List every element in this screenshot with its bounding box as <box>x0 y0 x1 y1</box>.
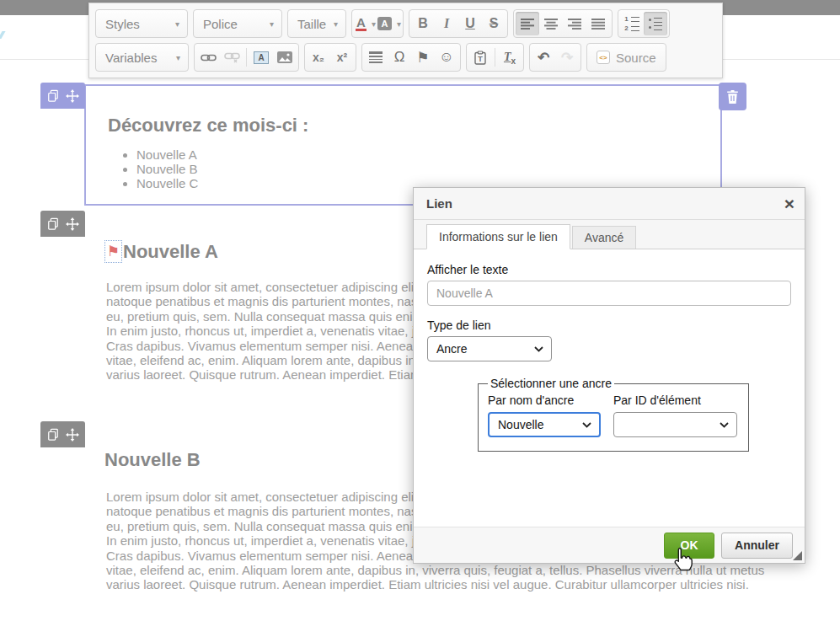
undo-icon: ↶ <box>538 49 549 67</box>
flag-icon: ⚑ <box>416 49 429 67</box>
dialog-resize-handle[interactable] <box>793 551 802 560</box>
superscript-icon: x² <box>337 51 347 64</box>
underline-button[interactable]: U <box>458 12 482 35</box>
size-combo[interactable]: Taille ▾ <box>287 9 346 38</box>
cancel-button[interactable]: Annuler <box>721 533 793 559</box>
align-right-button[interactable] <box>563 12 586 35</box>
anchor-by-id-column: Par ID d'élément <box>613 393 737 437</box>
trash-icon <box>726 90 739 104</box>
italic-button[interactable]: I <box>435 12 458 35</box>
color-group: A ▾ A ▾ <box>351 9 404 38</box>
page-artifact <box>0 31 6 39</box>
featured-list: Nouvelle A Nouvelle B Nouvelle C <box>86 147 720 190</box>
link-type-label: Type de lien <box>427 319 791 332</box>
section-title[interactable]: Nouvelle A <box>123 241 218 263</box>
horizontal-rule-button[interactable] <box>364 46 388 69</box>
font-combo[interactable]: Police ▾ <box>193 9 282 38</box>
align-right-icon <box>568 19 582 29</box>
basicstyles-group: B I U S <box>409 9 508 38</box>
copy-icon <box>47 89 59 103</box>
close-icon[interactable]: × <box>784 195 795 212</box>
paste-text-button[interactable]: T <box>468 46 492 69</box>
superscript-button[interactable]: x² <box>330 46 354 69</box>
align-justify-icon <box>591 19 606 29</box>
omega-icon: Ω <box>394 49 405 66</box>
chevron-down-icon: ▾ <box>334 19 338 29</box>
special-char-button[interactable]: Ω <box>388 46 411 69</box>
list-item[interactable]: Nouvelle B <box>136 162 720 176</box>
smiley-button[interactable]: ☺ <box>435 46 458 69</box>
move-icon <box>66 89 79 103</box>
unlink-icon <box>224 52 240 63</box>
numbered-list-button[interactable]: 1 2 <box>620 12 644 35</box>
anchor-name-value: Nouvelle <box>498 418 543 431</box>
strikethrough-button[interactable]: S <box>482 12 506 35</box>
list-item[interactable]: Nouvelle A <box>136 147 720 162</box>
unlink-button[interactable] <box>220 46 243 69</box>
smiley-icon: ☺ <box>439 49 453 66</box>
toolbar-divider <box>495 48 495 67</box>
chevron-down-icon: ▾ <box>397 19 401 29</box>
text-color-button[interactable]: A ▾ <box>354 12 377 35</box>
section-title[interactable]: Nouvelle B <box>104 449 201 471</box>
anchor-button[interactable]: A <box>249 46 273 69</box>
tab-advanced[interactable]: Avancé <box>572 226 636 249</box>
styles-combo[interactable]: Styles ▾ <box>95 9 188 38</box>
numbered-list-icon: 1 2 <box>624 16 639 32</box>
bold-button[interactable]: B <box>411 12 435 35</box>
ok-button[interactable]: OK <box>664 533 714 559</box>
anchor-group-legend: Sélectionner une ancre <box>488 377 614 390</box>
delete-block-button[interactable] <box>719 83 746 110</box>
anchor-flag-button[interactable]: ⚑ <box>411 46 435 69</box>
styles-combo-label: Styles <box>105 17 140 31</box>
image-button[interactable] <box>273 46 297 69</box>
variables-combo[interactable]: Variables ▾ <box>95 43 189 72</box>
anchor-flag-marker[interactable]: ⚑ <box>104 240 122 263</box>
align-center-button[interactable] <box>539 12 563 35</box>
align-left-button[interactable] <box>516 12 539 35</box>
link-button[interactable] <box>196 46 220 69</box>
anchor-name-select[interactable]: Nouvelle <box>488 412 601 437</box>
anchor-id-label: Par ID d'élément <box>613 393 737 407</box>
chevron-down-icon: ▾ <box>270 19 274 29</box>
clipboard-group: T Tx <box>466 43 524 72</box>
display-text-input[interactable]: Nouvelle A <box>427 281 791 306</box>
bold-icon: B <box>418 16 428 31</box>
strikethrough-icon: S <box>490 16 499 31</box>
chevron-down-icon: ▾ <box>175 19 179 29</box>
copy-icon <box>47 428 59 442</box>
toolbar-row-1: Styles ▾ Police ▾ Taille ▾ A ▾ A ▾ B I U… <box>95 8 716 39</box>
block-handle-featured[interactable] <box>40 83 85 109</box>
link-type-value: Ancre <box>436 342 468 356</box>
copy-icon <box>47 217 59 231</box>
horizontal-rule-icon <box>369 51 383 63</box>
link-dialog: Lien × Informations sur le lien Avancé A… <box>413 187 805 564</box>
subscript-button[interactable]: x₂ <box>307 46 330 69</box>
dialog-titlebar[interactable]: Lien × <box>414 188 805 220</box>
anchor-select-group: Sélectionner une ancre Par nom d'ancre N… <box>478 377 749 452</box>
background-color-button[interactable]: A ▾ <box>377 12 401 35</box>
display-text-label: Afficher le texte <box>427 263 791 276</box>
featured-heading[interactable]: Découvrez ce mois-ci : <box>108 115 720 137</box>
section-b-heading-row: Nouvelle B <box>104 449 201 471</box>
anchor-id-select[interactable] <box>613 412 737 437</box>
block-handle-section-b[interactable] <box>40 421 85 447</box>
link-type-select[interactable]: Ancre <box>427 336 552 361</box>
align-justify-button[interactable] <box>586 12 610 35</box>
source-button[interactable]: <> Source <box>589 46 664 69</box>
toolbar-row-2: Variables ▾ A x₂ x² Ω <box>95 42 716 72</box>
tab-link-info[interactable]: Informations sur le lien <box>426 224 570 249</box>
insert-group: Ω ⚑ ☺ <box>361 43 461 72</box>
list-group: 1 2 <box>618 9 670 38</box>
remove-format-button[interactable]: Tx <box>498 46 522 69</box>
source-icon: <> <box>597 51 610 64</box>
redo-button[interactable]: ↷ <box>555 46 579 69</box>
text-color-icon: A <box>356 16 366 31</box>
bulleted-list-button[interactable] <box>644 12 667 35</box>
toolbar-divider <box>246 48 247 67</box>
anchor-name-label: Par nom d'ancre <box>488 393 601 407</box>
move-icon <box>66 428 79 442</box>
font-combo-label: Police <box>203 17 238 31</box>
undo-button[interactable]: ↶ <box>532 46 555 69</box>
block-handle-section-a[interactable] <box>40 211 85 237</box>
